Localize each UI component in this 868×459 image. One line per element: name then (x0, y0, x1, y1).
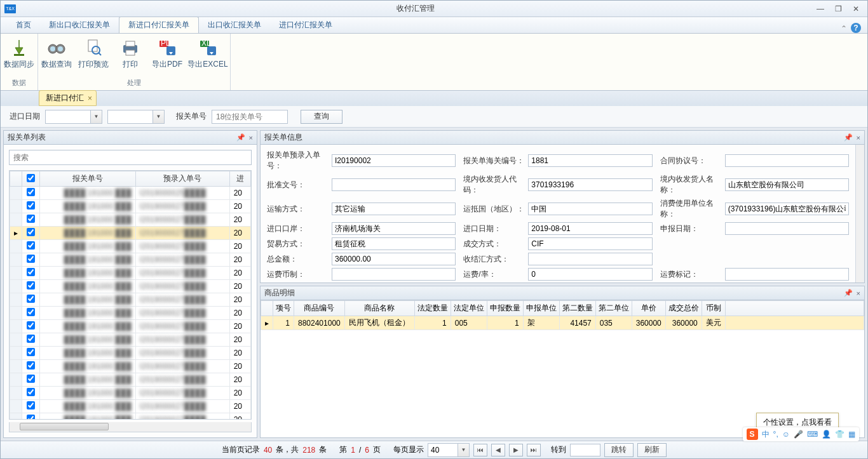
ime-person-icon[interactable]: 👤 (822, 430, 831, 439)
refresh-button[interactable]: 刷新 (637, 443, 667, 457)
chevron-down-icon[interactable]: ▼ (458, 444, 469, 456)
close-button[interactable]: ✕ (848, 4, 864, 14)
table-row[interactable]: ████ 191000 ███I2019000027████20 (10, 413, 251, 420)
import-date-field[interactable] (528, 222, 652, 235)
panel-close-icon[interactable]: × (249, 134, 253, 142)
consignor-code-field[interactable] (528, 178, 652, 191)
maximize-button[interactable]: ❐ (831, 4, 846, 14)
table-row[interactable]: ████ 191000 ███I2019000027████20 (10, 213, 251, 227)
customs-no-field[interactable] (528, 154, 652, 167)
row-checkbox[interactable] (27, 335, 35, 343)
print-button[interactable]: 打印 (112, 35, 149, 76)
next-page-button[interactable]: ▶ (509, 444, 523, 456)
user-unit-field[interactable] (725, 203, 849, 215)
freight-mark-field[interactable] (725, 268, 849, 281)
approval-field[interactable] (332, 178, 456, 191)
row-checkbox[interactable] (27, 375, 35, 383)
row-checkbox[interactable] (27, 188, 35, 196)
ribbon-collapse-icon[interactable]: ⌃ (841, 24, 847, 33)
doc-tab-import[interactable]: 新进口付汇 × (39, 90, 97, 106)
pre-entry-field[interactable] (332, 154, 456, 167)
doc-tab-close-icon[interactable]: × (88, 94, 92, 103)
table-row[interactable]: ▸████ 191000 ███I2019000027████20 (10, 227, 251, 240)
table-row[interactable]: ████ 191000 ███I2019000027████20 (10, 320, 251, 333)
table-row[interactable]: ████ 191000 ███I2019000027████20 (10, 240, 251, 253)
select-all-checkbox[interactable] (27, 174, 35, 182)
prev-page-button[interactable]: ◀ (491, 444, 505, 456)
table-row[interactable]: ████ 191000 ███I2019000027████20 (10, 253, 251, 267)
table-row[interactable]: ████ 191000 ███I2019000027████20 (10, 360, 251, 373)
row-checkbox[interactable] (27, 308, 35, 316)
table-row[interactable]: ████ 191000 ███I2019000025████20 (10, 187, 251, 200)
total-field[interactable] (332, 253, 456, 265)
row-checkbox[interactable] (27, 228, 35, 236)
chevron-down-icon[interactable]: ▼ (153, 110, 164, 123)
ime-voice-icon[interactable]: 🎤 (794, 430, 803, 439)
panel-close-icon[interactable]: × (857, 289, 860, 297)
vertical-scrollbar[interactable] (855, 145, 864, 283)
main-tab[interactable]: 新进口付汇报关单 (119, 17, 199, 33)
query-filter-button[interactable]: 查询 (301, 110, 342, 124)
row-checkbox[interactable] (27, 268, 35, 276)
sogou-logo-icon[interactable]: S (747, 429, 758, 440)
row-checkbox[interactable] (27, 415, 35, 420)
row-checkbox[interactable] (27, 241, 35, 249)
declarations-grid[interactable]: 报关单号预录入单号进 ████ 191000 ███I2019000025███… (10, 171, 251, 420)
main-tab[interactable]: 出口收汇报关单 (199, 17, 270, 33)
table-row[interactable]: ████ 191000 ███I2019000027████20 (10, 280, 251, 293)
settle-field[interactable] (528, 253, 652, 265)
ime-emoji-icon[interactable]: ☺ (782, 430, 790, 439)
pin-icon[interactable]: 📌 (844, 289, 853, 297)
goods-detail-grid[interactable]: 项号商品编号商品名称法定数量法定单位申报数量申报单位第二数量第二单位单价成交总价… (261, 300, 864, 330)
table-row[interactable]: ████ 191000 ███I2019000027████20 (10, 293, 251, 307)
table-row[interactable]: ████ 191000 ███I2019000027████20 (10, 347, 251, 360)
export-excel-button[interactable]: XLS 导出EXCEL (186, 35, 230, 76)
ime-toolbox-icon[interactable]: ▦ (848, 430, 855, 439)
port-field[interactable] (332, 222, 456, 235)
table-row[interactable]: ████ 191000 ███I2019000027████20 (10, 267, 251, 280)
table-row[interactable]: ████ 191000 ███I2019000027████20 (10, 400, 251, 413)
freight-curr-field[interactable] (332, 268, 456, 281)
ime-lang[interactable]: 中 (762, 429, 770, 440)
row-checkbox[interactable] (27, 295, 35, 303)
table-row[interactable]: ████ 191000 ███I2019000027████20 (10, 333, 251, 347)
pin-icon[interactable]: 📌 (236, 133, 245, 142)
import-date-to[interactable]: ▼ (107, 110, 165, 124)
consignor-name-field[interactable] (725, 178, 849, 191)
ship-country-field[interactable] (528, 203, 652, 215)
import-date-from[interactable]: ▼ (45, 110, 102, 124)
first-page-button[interactable]: ⏮ (473, 444, 487, 456)
row-checkbox[interactable] (27, 361, 35, 369)
pin-icon[interactable]: 📌 (844, 133, 853, 142)
horizontal-scrollbar[interactable] (9, 422, 252, 432)
last-page-button[interactable]: ⏭ (527, 444, 541, 456)
table-row[interactable]: ████ 191000 ███I2019000027████20 (10, 373, 251, 387)
main-tab[interactable]: 进口付汇报关单 (270, 17, 341, 33)
transport-field[interactable] (332, 203, 456, 215)
row-checkbox[interactable] (27, 201, 35, 210)
help-icon[interactable]: ? (851, 23, 861, 33)
row-checkbox[interactable] (27, 321, 35, 329)
deal-field[interactable] (528, 237, 652, 250)
trade-field[interactable] (332, 237, 456, 250)
contract-field[interactable] (725, 154, 849, 167)
row-checkbox[interactable] (27, 401, 35, 409)
table-row[interactable]: ████ 191000 ███I2019000027████20 (10, 387, 251, 400)
per-page-select[interactable]: ▼ (428, 443, 470, 457)
query-button[interactable]: 数据查询 (38, 35, 75, 76)
ime-keyboard-icon[interactable]: ⌨ (807, 430, 818, 439)
export-pdf-button[interactable]: PDF 导出PDF (149, 35, 186, 76)
table-row[interactable]: ████ 191000 ███I2019000027████20 (10, 307, 251, 320)
goto-page-input[interactable] (570, 444, 600, 456)
panel-close-icon[interactable]: × (857, 134, 860, 142)
sync-button[interactable]: 数据同步 (1, 35, 37, 76)
jump-button[interactable]: 跳转 (604, 443, 634, 457)
row-checkbox[interactable] (27, 255, 35, 263)
ime-skin-icon[interactable]: 👕 (835, 430, 844, 439)
main-tab[interactable]: 新出口收汇报关单 (40, 17, 119, 33)
row-checkbox[interactable] (27, 388, 35, 396)
print-preview-button[interactable]: 打印预览 (75, 35, 112, 76)
ime-toolbar[interactable]: S 中 °, ☺ 🎤 ⌨ 👤 👕 ▦ (743, 427, 859, 441)
declaration-no-input[interactable] (212, 110, 288, 124)
table-row[interactable]: ▸ 1 8802401000 民用飞机（租金） 1 005 1 架 41457 … (261, 316, 864, 330)
